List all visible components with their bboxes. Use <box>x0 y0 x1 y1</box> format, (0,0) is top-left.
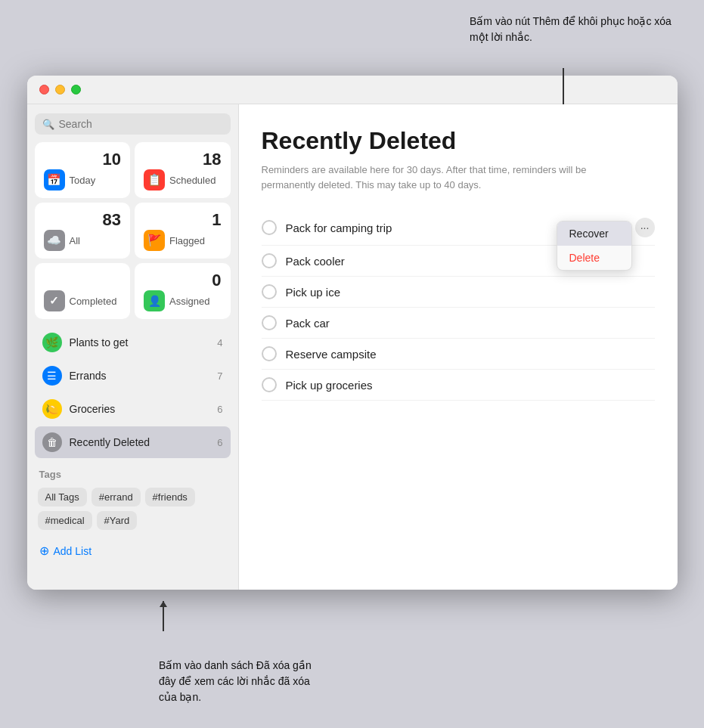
card-label-assigned: Assigned <box>169 296 209 307</box>
reminder-text: Pick up ice <box>286 286 655 299</box>
groceries-label: Groceries <box>70 403 210 415</box>
context-menu-item-delete[interactable]: Delete <box>557 246 631 270</box>
reminder-checkbox[interactable] <box>262 346 277 361</box>
smart-card-flagged[interactable]: 1 🚩 Flagged <box>135 203 231 259</box>
smart-card-assigned[interactable]: 0 👤 Assigned <box>135 263 231 319</box>
card-count-scheduled: 18 <box>203 150 221 169</box>
card-icon-label-flagged: 🚩 Flagged <box>144 230 222 251</box>
reminder-row: Pick up ice <box>262 277 655 308</box>
tags-label: Tags <box>35 466 231 483</box>
reminder-row: Pick up groceries <box>262 370 655 401</box>
card-count-flagged: 1 <box>212 210 221 230</box>
tag-medical[interactable]: #medical <box>38 511 92 530</box>
context-menu-item-recover[interactable]: Recover <box>557 221 631 246</box>
card-icon-label-scheduled: 📋 Scheduled <box>144 169 222 191</box>
card-label-scheduled: Scheduled <box>169 175 216 186</box>
groceries-icon: 🍋 <box>42 399 62 419</box>
annotation-top: Bấm vào nút Thêm để khôi phục hoặc xóa m… <box>470 14 681 45</box>
card-icon-label-completed: ✓ Completed <box>44 290 122 311</box>
search-icon: 🔍 <box>42 119 54 130</box>
groceries-count: 6 <box>217 404 222 415</box>
annotation-bottom: Bấm vào danh sách Đã xóa gần đây để xem … <box>159 658 325 705</box>
list-item-errands[interactable]: ☰ Errands 7 <box>35 360 231 392</box>
reminder-checkbox[interactable] <box>262 220 277 235</box>
flagged-icon: 🚩 <box>144 230 165 251</box>
app-window: 🔍 10 📅 Today 18 📋 Scheduled 83 ☁️ All 1 … <box>27 76 678 590</box>
completed-icon: ✓ <box>44 290 65 311</box>
titlebar <box>27 76 678 104</box>
annotation-arrow-bottom-arrow <box>163 601 164 631</box>
window-body: 🔍 10 📅 Today 18 📋 Scheduled 83 ☁️ All 1 … <box>27 104 678 590</box>
card-count-assigned: 0 <box>212 271 221 290</box>
today-icon: 📅 <box>44 169 65 191</box>
list-item-groceries[interactable]: 🍋 Groceries 6 <box>35 393 231 425</box>
plus-icon: ⊕ <box>39 544 49 558</box>
recently-deleted-count: 6 <box>217 437 222 448</box>
reminder-text: Reserve campsite <box>286 348 655 361</box>
reminder-row: Pack for camping trip ··· RecoverDelete <box>262 210 655 246</box>
subtitle: Reminders are available here for 30 days… <box>262 163 625 192</box>
card-count-all: 83 <box>103 210 121 230</box>
tag-errand[interactable]: #errand <box>91 488 141 507</box>
card-icon-label-today: 📅 Today <box>44 169 122 191</box>
add-list-label: Add List <box>54 545 92 557</box>
tag-yard[interactable]: #Yard <box>97 511 138 530</box>
scheduled-icon: 📋 <box>144 169 165 191</box>
list-item-recently-deleted[interactable]: 🗑 Recently Deleted 6 <box>35 426 231 458</box>
card-count-today: 10 <box>103 150 121 169</box>
list-section: 🌿 Plants to get 4 ☰ Errands 7 🍋 Grocerie… <box>35 327 231 458</box>
context-menu: RecoverDelete <box>557 221 632 271</box>
all-icon: ☁️ <box>44 230 65 251</box>
reminder-checkbox[interactable] <box>262 253 277 268</box>
reminder-text: Pack car <box>286 317 655 330</box>
smart-card-scheduled[interactable]: 18 📋 Scheduled <box>135 142 231 198</box>
fullscreen-button[interactable] <box>71 85 81 94</box>
search-input[interactable] <box>59 118 223 130</box>
card-label-today: Today <box>70 175 96 186</box>
card-label-completed: Completed <box>70 296 117 307</box>
smart-card-all[interactable]: 83 ☁️ All <box>35 203 131 259</box>
tags-section: Tags All Tags#errand#friends#medical#Yar… <box>35 466 231 530</box>
search-bar[interactable]: 🔍 <box>35 113 231 135</box>
more-button[interactable]: ··· <box>635 218 655 237</box>
reminder-checkbox[interactable] <box>262 377 277 392</box>
plants-to-get-count: 4 <box>217 337 222 349</box>
reminder-text: Pick up groceries <box>286 379 655 392</box>
errands-count: 7 <box>217 370 222 382</box>
main-title: Recently Deleted <box>262 127 655 155</box>
sidebar: 🔍 10 📅 Today 18 📋 Scheduled 83 ☁️ All 1 … <box>27 104 239 590</box>
plants-to-get-icon: 🌿 <box>42 333 62 352</box>
main-content: Recently Deleted Reminders are available… <box>239 104 678 590</box>
smart-card-completed[interactable]: ✓ Completed <box>35 263 131 319</box>
close-button[interactable] <box>39 85 49 94</box>
reminder-row: Reserve campsite <box>262 339 655 370</box>
plants-to-get-label: Plants to get <box>70 336 210 349</box>
tags-grid: All Tags#errand#friends#medical#Yard <box>35 488 231 530</box>
reminder-checkbox[interactable] <box>262 284 277 299</box>
errands-icon: ☰ <box>42 366 62 386</box>
list-item-plants-to-get[interactable]: 🌿 Plants to get 4 <box>35 327 231 358</box>
smart-cards-grid: 10 📅 Today 18 📋 Scheduled 83 ☁️ All 1 🚩 … <box>35 142 231 319</box>
card-icon-label-assigned: 👤 Assigned <box>144 290 222 311</box>
recently-deleted-label: Recently Deleted <box>70 436 210 448</box>
card-icon-label-all: ☁️ All <box>44 230 122 251</box>
recently-deleted-icon: 🗑 <box>42 432 62 452</box>
smart-card-today[interactable]: 10 📅 Today <box>35 142 131 198</box>
minimize-button[interactable] <box>55 85 65 94</box>
add-list-button[interactable]: ⊕ Add List <box>35 537 231 564</box>
reminder-list: Pack for camping trip ··· RecoverDelete … <box>262 210 655 401</box>
errands-label: Errands <box>70 370 210 382</box>
card-label-flagged: Flagged <box>169 235 205 246</box>
card-label-all: All <box>70 235 80 246</box>
assigned-icon: 👤 <box>144 290 165 311</box>
reminder-row: Pack car <box>262 308 655 339</box>
reminder-checkbox[interactable] <box>262 315 277 330</box>
tag-friends[interactable]: #friends <box>145 488 195 507</box>
tag-all tags[interactable]: All Tags <box>38 488 87 507</box>
